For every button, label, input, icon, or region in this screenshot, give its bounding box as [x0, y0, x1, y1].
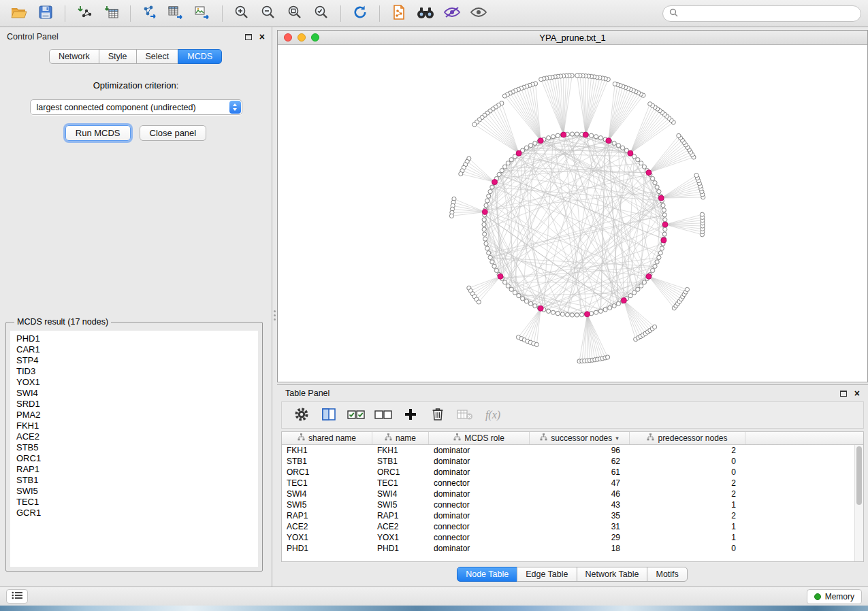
close-table-panel-icon[interactable]: ×: [854, 389, 860, 398]
scrollbar-thumb[interactable]: [856, 446, 862, 505]
cell: ACE2: [282, 522, 372, 531]
window-zoom-icon[interactable]: [311, 33, 319, 42]
cell: 29: [530, 533, 630, 542]
close-panel-icon[interactable]: ×: [259, 32, 265, 42]
refresh-button[interactable]: [348, 3, 372, 24]
mcds-result-item[interactable]: GCR1: [16, 508, 252, 518]
mcds-result-item[interactable]: STP4: [16, 355, 252, 366]
table-row[interactable]: STB1STB1dominator620: [282, 456, 863, 467]
select-all-button[interactable]: [346, 406, 366, 425]
column-header-name[interactable]: name: [372, 432, 429, 444]
float-table-panel-icon[interactable]: [840, 391, 847, 397]
mcds-result-item[interactable]: SWI4: [16, 388, 252, 399]
clear-table-button[interactable]: [455, 406, 475, 425]
tab-motifs[interactable]: Motifs: [647, 567, 687, 582]
cell: ACE2: [372, 522, 429, 531]
cell: connector: [429, 500, 530, 510]
panel-splitter-handle[interactable]: [273, 305, 276, 325]
cell: SWI4: [282, 489, 372, 499]
export-table-button[interactable]: [164, 3, 189, 24]
zoom-in-button[interactable]: [229, 3, 254, 24]
column-header-shared-name[interactable]: shared name: [282, 432, 372, 444]
zoom-fit-icon: [287, 4, 303, 22]
mcds-result-item[interactable]: FKH1: [16, 420, 252, 431]
network-canvas[interactable]: [278, 45, 867, 382]
memory-button[interactable]: Memory: [807, 589, 862, 604]
hide-details-icon: [443, 5, 461, 21]
mcds-result-item[interactable]: SWI5: [16, 486, 252, 497]
table-row[interactable]: RAP1RAP1dominator352: [282, 510, 863, 521]
mcds-result-item[interactable]: ACE2: [16, 431, 252, 442]
function-builder-button[interactable]: f(x): [482, 406, 502, 425]
main-toolbar: [0, 0, 868, 27]
zoom-out-button[interactable]: [256, 3, 280, 24]
save-session-button[interactable]: [33, 3, 58, 24]
control-panel-tab-bar: NetworkStyleSelectMCDS: [0, 49, 272, 64]
export-image-button[interactable]: [191, 3, 215, 24]
mcds-result-item[interactable]: PHD1: [16, 333, 252, 344]
find-button[interactable]: [413, 3, 438, 24]
show-columns-button[interactable]: [319, 406, 339, 425]
table-row[interactable]: PHD1PHD1dominator180: [282, 543, 863, 554]
open-file-button[interactable]: [7, 3, 31, 24]
mcds-result-item[interactable]: YOX1: [16, 377, 252, 388]
table-scrollbar[interactable]: [854, 445, 863, 561]
cell: 2: [630, 478, 745, 488]
status-menu-button[interactable]: [6, 589, 28, 604]
tab-network[interactable]: Network: [49, 49, 99, 64]
table-row[interactable]: YOX1YOX1connector291: [282, 532, 863, 543]
float-panel-icon[interactable]: [245, 34, 252, 40]
add-column-button[interactable]: [400, 406, 421, 425]
column-header-MCDS-role[interactable]: MCDS role: [429, 432, 530, 444]
network-window-titlebar[interactable]: YPA_prune.txt_1: [278, 31, 867, 45]
share-document-button[interactable]: [387, 3, 411, 24]
table-row[interactable]: SWI4SWI4dominator462: [282, 489, 863, 499]
zoom-fit-button[interactable]: [283, 3, 307, 24]
import-table-button[interactable]: [99, 3, 123, 24]
cell: dominator: [429, 467, 530, 477]
close-panel-button[interactable]: Close panel: [140, 125, 207, 141]
table-settings-button[interactable]: [291, 406, 312, 425]
mcds-result-item[interactable]: STB1: [16, 475, 252, 486]
mcds-result-item[interactable]: CAR1: [16, 344, 252, 355]
export-network-button[interactable]: [138, 3, 162, 24]
hide-details-button[interactable]: [440, 3, 464, 24]
table-row[interactable]: ACE2ACE2connector311: [282, 521, 863, 532]
search-box[interactable]: [662, 5, 861, 22]
table-row[interactable]: SWI5SWI5connector431: [282, 499, 863, 510]
delete-column-button[interactable]: [428, 406, 448, 425]
cell: 61: [530, 467, 630, 477]
tab-select[interactable]: Select: [136, 49, 179, 64]
control-panel: Control Panel × NetworkStyleSelectMCDS O…: [0, 27, 272, 587]
column-header-predecessor-nodes[interactable]: predecessor nodes: [630, 432, 745, 444]
cell: TEC1: [282, 478, 372, 488]
cell: connector: [429, 478, 530, 488]
tab-mcds[interactable]: MCDS: [178, 49, 222, 64]
search-input[interactable]: [682, 9, 854, 18]
mcds-result-item[interactable]: RAP1: [16, 464, 252, 475]
tab-style[interactable]: Style: [99, 49, 137, 64]
window-close-icon[interactable]: [284, 33, 292, 42]
deselect-all-button[interactable]: [373, 406, 393, 425]
window-minimize-icon[interactable]: [298, 33, 306, 42]
column-header-successor-nodes[interactable]: successor nodes▾: [530, 432, 630, 444]
zoom-selected-button[interactable]: [309, 3, 334, 24]
desktop-wallpaper: [0, 606, 868, 611]
mcds-result-item[interactable]: ORC1: [16, 453, 252, 464]
mcds-result-item[interactable]: SRD1: [16, 399, 252, 410]
table-row[interactable]: FKH1FKH1dominator962: [282, 445, 863, 456]
mcds-result-item[interactable]: TID3: [16, 366, 252, 377]
run-mcds-button[interactable]: Run MCDS: [65, 125, 131, 141]
tab-edge-table[interactable]: Edge Table: [517, 567, 577, 582]
tab-network-table[interactable]: Network Table: [577, 567, 648, 582]
import-network-button[interactable]: [72, 3, 97, 24]
tab-node-table[interactable]: Node Table: [457, 567, 517, 582]
show-details-button[interactable]: [466, 3, 491, 24]
criterion-dropdown[interactable]: largest connected component (undirected): [30, 99, 242, 115]
table-row[interactable]: ORC1ORC1dominator610: [282, 467, 863, 478]
table-row[interactable]: TEC1TEC1connector472: [282, 478, 863, 489]
mcds-result-item[interactable]: STB5: [16, 442, 252, 453]
mcds-result-item[interactable]: PMA2: [16, 410, 252, 420]
mcds-result-group: MCDS result (17 nodes) PHD1CAR1STP4TID3Y…: [5, 317, 263, 572]
mcds-result-item[interactable]: TEC1: [16, 497, 252, 508]
